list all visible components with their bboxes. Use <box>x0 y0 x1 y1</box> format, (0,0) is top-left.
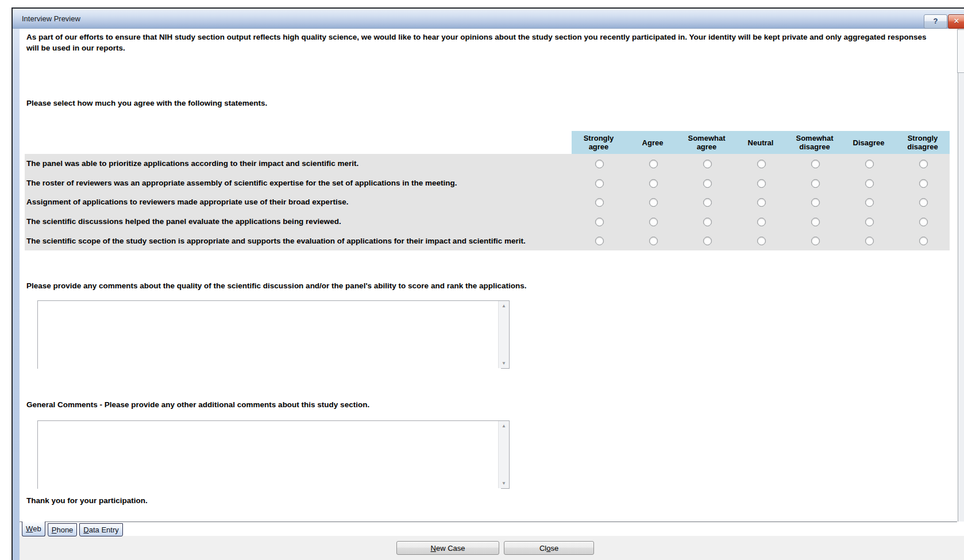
mode-tabs: WebPhoneData Entry <box>20 522 125 536</box>
tab-phone[interactable]: Phone <box>48 523 78 536</box>
radio-row3-col5[interactable] <box>811 198 820 207</box>
general-comments-label: General Comments - Please provide any ot… <box>26 400 369 409</box>
matrix-column-header: Somewhat agree <box>680 131 734 154</box>
radio-row4-col7[interactable] <box>919 218 928 226</box>
statement-text: The panel was able to prioritize applica… <box>26 154 358 173</box>
radio-row5-col5[interactable] <box>811 237 820 245</box>
help-icon: ? <box>934 17 938 25</box>
matrix-body: The panel was able to prioritize applica… <box>25 154 950 250</box>
radio-row5-col4[interactable] <box>757 237 766 245</box>
radio-row1-col2[interactable] <box>649 160 658 168</box>
radio-row1-col6[interactable] <box>865 160 874 168</box>
discussion-comments-label: Please provide any comments about the qu… <box>26 281 526 290</box>
matrix-column-header: Strongly agree <box>572 131 626 154</box>
radio-row1-col4[interactable] <box>757 160 766 168</box>
radio-row4-col2[interactable] <box>649 218 658 226</box>
matrix-row: The roster of reviewers was an appropria… <box>25 173 950 193</box>
tab-strip-divider <box>20 522 957 522</box>
statement-text: The scientific discussions helped the pa… <box>26 212 341 231</box>
matrix-column-header: Somewhat disagree <box>788 131 842 154</box>
statement-text: The scientific scope of the study sectio… <box>26 231 526 250</box>
radio-row3-col3[interactable] <box>703 198 712 207</box>
window-frame-strip <box>13 9 20 560</box>
matrix-header-row: Strongly agreeAgreeSomewhat agreeNeutral… <box>572 131 950 154</box>
radio-row3-col4[interactable] <box>757 198 766 207</box>
window-close-button[interactable]: ✕ <box>948 14 964 29</box>
matrix-row: The scientific scope of the study sectio… <box>25 231 950 250</box>
radio-row3-col7[interactable] <box>919 198 928 207</box>
radio-row1-col7[interactable] <box>919 160 928 168</box>
page-scrollbar[interactable] <box>958 29 964 522</box>
radio-row1-col3[interactable] <box>703 160 712 168</box>
radio-row4-col5[interactable] <box>811 218 820 226</box>
matrix-row: Assignment of applications to reviewers … <box>25 192 950 212</box>
statement-text: Assignment of applications to reviewers … <box>26 192 348 212</box>
matrix-row: The scientific discussions helped the pa… <box>25 212 950 231</box>
tab-web[interactable]: Web <box>22 522 45 536</box>
radio-row3-col1[interactable] <box>595 198 604 207</box>
general-comments-input[interactable] <box>38 421 501 491</box>
matrix-column-header: Strongly disagree <box>896 131 950 154</box>
tab-data-entry[interactable]: Data Entry <box>79 523 122 536</box>
close-button[interactable]: Close <box>504 541 594 555</box>
radio-row2-col3[interactable] <box>703 179 712 188</box>
new-case-button[interactable]: New Case <box>396 541 499 555</box>
help-button[interactable]: ? <box>924 14 947 29</box>
radio-row3-col2[interactable] <box>649 198 658 207</box>
matrix-row: The panel was able to prioritize applica… <box>25 154 950 173</box>
radio-row5-col2[interactable] <box>649 237 658 245</box>
matrix-column-header: Disagree <box>842 131 896 154</box>
radio-row5-col6[interactable] <box>865 237 874 245</box>
radio-row5-col7[interactable] <box>919 237 928 245</box>
window-title: Interview Preview <box>22 14 80 23</box>
desktop: { "window": { "title": "Interview Previe… <box>0 0 964 560</box>
radio-row2-col1[interactable] <box>595 179 604 188</box>
matrix-column-header: Agree <box>626 131 680 154</box>
scroll-up-icon[interactable]: ▲ <box>499 303 509 308</box>
radio-row5-col3[interactable] <box>703 237 712 245</box>
radio-row5-col1[interactable] <box>595 237 604 245</box>
statement-text: The roster of reviewers was an appropria… <box>26 173 457 193</box>
intro-text: As part of our efforts to ensure that NI… <box>26 32 936 53</box>
radio-row2-col6[interactable] <box>865 179 874 188</box>
radio-row4-col6[interactable] <box>865 218 874 226</box>
radio-row2-col7[interactable] <box>919 179 928 188</box>
textarea-scrollbar[interactable]: ▲ ▼ <box>498 301 509 368</box>
matrix-column-header: Neutral <box>734 131 788 154</box>
radio-row4-col3[interactable] <box>703 218 712 226</box>
general-comments-textarea: ▲ ▼ <box>37 420 510 489</box>
radio-row1-col1[interactable] <box>595 160 604 168</box>
radio-row1-col5[interactable] <box>811 160 820 168</box>
title-bar[interactable] <box>13 9 964 29</box>
discussion-comments-input[interactable] <box>38 301 501 370</box>
scroll-up-icon[interactable]: ▲ <box>499 423 509 428</box>
radio-row4-col1[interactable] <box>595 218 604 226</box>
close-icon: ✕ <box>954 17 960 25</box>
page-scrollbar-thumb[interactable] <box>957 29 964 73</box>
scroll-down-icon[interactable]: ▼ <box>499 481 509 486</box>
thank-you-text: Thank you for your participation. <box>26 496 148 505</box>
radio-row2-col4[interactable] <box>757 179 766 188</box>
radio-row4-col4[interactable] <box>757 218 766 226</box>
textarea-scrollbar[interactable]: ▲ ▼ <box>498 421 509 488</box>
radio-row2-col2[interactable] <box>649 179 658 188</box>
discussion-comments-textarea: ▲ ▼ <box>37 300 510 369</box>
matrix-prompt: Please select how much you agree with th… <box>26 99 267 107</box>
radio-row2-col5[interactable] <box>811 179 820 188</box>
radio-row3-col6[interactable] <box>865 198 874 207</box>
scroll-down-icon[interactable]: ▼ <box>499 361 509 366</box>
